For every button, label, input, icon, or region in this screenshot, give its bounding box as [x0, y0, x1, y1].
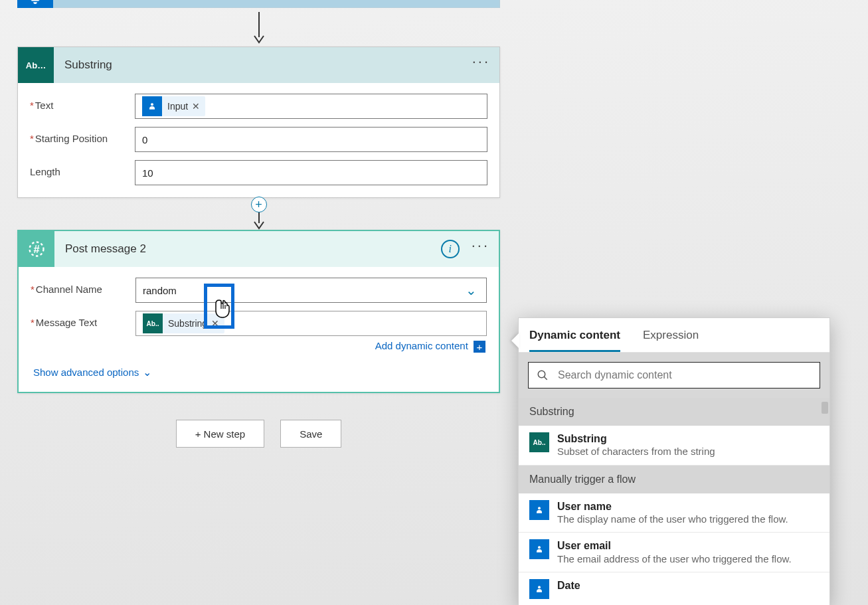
dc-item-title: User email: [557, 539, 792, 552]
dc-item-user-email[interactable]: User email The email address of the user…: [519, 533, 829, 572]
trigger-icon: [529, 579, 549, 599]
dynamic-content-panel: Dynamic content Expression Substring Ab.…: [518, 317, 830, 605]
show-advanced-options[interactable]: Show advanced options⌄: [19, 357, 499, 392]
dc-item-date[interactable]: Date: [519, 572, 829, 605]
search-dynamic-content[interactable]: [528, 362, 820, 389]
substring-token-icon: Ab..: [143, 313, 163, 333]
svg-point-9: [538, 586, 541, 588]
substring-header[interactable]: Ab… Substring ···: [18, 47, 499, 83]
scrollbar[interactable]: [822, 402, 828, 414]
svg-line-6: [544, 377, 547, 380]
chevron-down-icon: ⌄: [143, 367, 151, 378]
panel-pointer: [511, 333, 519, 349]
token-substring-label: Substring: [168, 318, 207, 329]
message-text-input[interactable]: Ab.. Substring ✕: [135, 311, 487, 336]
tab-dynamic-content[interactable]: Dynamic content: [529, 329, 620, 352]
token-label: Input: [167, 101, 188, 112]
token-substring[interactable]: Ab.. Substring ✕: [143, 313, 224, 333]
post-message-card: # Post message 2 i ··· *Channel Name ran…: [17, 230, 500, 393]
substring-more-icon[interactable]: ···: [472, 62, 490, 68]
post-message-more-icon[interactable]: ···: [472, 246, 489, 252]
chevron-down-icon: ⌄: [466, 282, 477, 298]
search-icon: [537, 369, 549, 381]
dc-item-desc: Subset of characters from the string: [557, 445, 715, 458]
svg-point-5: [538, 371, 545, 378]
plus-icon: +: [474, 341, 485, 353]
substring-icon: Ab..: [529, 432, 549, 452]
label-channel-name: *Channel Name: [31, 278, 135, 295]
svg-text:#: #: [33, 243, 39, 255]
info-icon[interactable]: i: [441, 240, 460, 258]
trigger-icon: [529, 539, 549, 559]
slack-icon: #: [19, 231, 54, 267]
post-message-header[interactable]: # Post message 2 i ···: [19, 231, 499, 267]
dc-item-substring[interactable]: Ab.. Substring Subset of characters from…: [519, 426, 829, 466]
label-starting-position: *Starting Position: [30, 127, 135, 144]
trigger-token-icon: [142, 96, 162, 116]
text-input[interactable]: Input ✕: [135, 94, 487, 119]
dc-item-title: User name: [557, 500, 788, 513]
trigger-card-partial[interactable]: [17, 0, 500, 8]
section-header-substring: Substring: [519, 398, 829, 426]
dc-item-title: Substring: [557, 432, 715, 445]
length-input[interactable]: 10: [135, 160, 487, 185]
dc-item-desc: The display name of the user who trigger…: [557, 513, 788, 526]
substring-card: Ab… Substring ··· *Text Input ✕: [17, 46, 500, 198]
label-message-text: *Message Text: [31, 311, 135, 328]
dc-item-user-name[interactable]: User name The display name of the user w…: [519, 493, 829, 533]
tab-expression[interactable]: Expression: [643, 329, 699, 352]
token-substring-remove-icon[interactable]: ✕: [211, 318, 219, 329]
token-remove-icon[interactable]: ✕: [192, 101, 200, 112]
svg-point-8: [538, 547, 541, 549]
svg-point-7: [538, 507, 541, 509]
trigger-icon: [17, 0, 53, 8]
post-message-title: Post message 2: [54, 242, 441, 256]
label-length: Length: [30, 160, 135, 177]
connector-arrow-1: [17, 8, 500, 46]
add-dynamic-content-link[interactable]: Add dynamic content +: [135, 336, 487, 353]
save-button[interactable]: Save: [280, 420, 341, 448]
label-text: *Text: [30, 94, 135, 111]
trigger-icon: [529, 500, 549, 520]
substring-title: Substring: [54, 58, 472, 72]
add-step-icon[interactable]: +: [251, 197, 267, 213]
channel-name-select[interactable]: random ⌄: [135, 278, 487, 303]
svg-point-1: [151, 103, 153, 106]
starting-position-input[interactable]: 0: [135, 127, 487, 152]
search-input[interactable]: [557, 369, 812, 382]
section-header-manual: Manually trigger a flow: [519, 466, 829, 493]
dc-item-desc: The email address of the user who trigge…: [557, 553, 792, 566]
substring-icon: Ab…: [18, 47, 54, 83]
token-input[interactable]: Input ✕: [142, 96, 205, 116]
new-step-button[interactable]: + New step: [176, 420, 264, 448]
dc-item-title: Date: [557, 579, 580, 592]
